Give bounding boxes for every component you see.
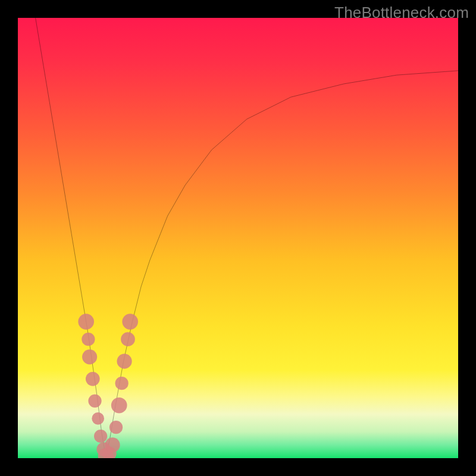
marker-group [78, 314, 138, 458]
curve-marker [94, 430, 107, 443]
curve-marker [121, 332, 135, 346]
curve-marker [117, 354, 132, 369]
curve-marker [86, 372, 100, 386]
bottleneck-curve [36, 18, 458, 458]
watermark-label: TheBottleneck.com [334, 4, 469, 22]
curve-marker [92, 412, 104, 425]
curve-marker [115, 377, 129, 390]
curve-marker [105, 437, 120, 452]
curve-marker [109, 421, 123, 434]
curve-marker [82, 333, 95, 346]
curve-marker [111, 397, 127, 414]
curve-marker [78, 314, 94, 330]
curve-marker [82, 349, 97, 364]
curve-marker [122, 314, 138, 330]
chart-svg [18, 18, 458, 458]
plot-area [18, 18, 458, 458]
chart-frame: TheBottleneck.com [0, 0, 476, 476]
curve-marker [88, 394, 101, 408]
